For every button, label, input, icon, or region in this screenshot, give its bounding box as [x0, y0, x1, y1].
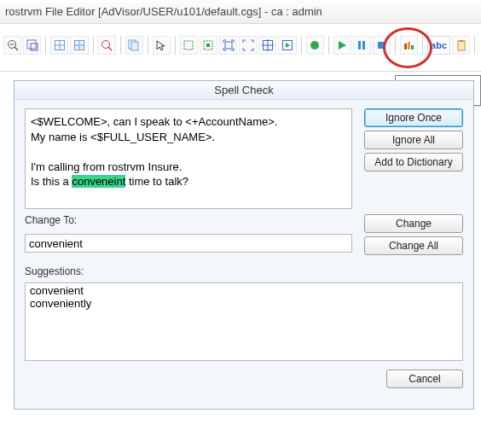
zoom-out-icon[interactable]: [3, 36, 21, 55]
misspelled-word: conveneint: [72, 175, 125, 188]
separator: [93, 36, 94, 55]
add-to-dictionary-button[interactable]: Add to Dictionary: [364, 153, 463, 172]
svg-rect-29: [411, 45, 414, 49]
separator: [148, 36, 148, 55]
svg-rect-25: [362, 41, 365, 49]
list-item[interactable]: conveniently: [26, 297, 461, 310]
bounds-icon[interactable]: [258, 36, 276, 55]
select-a-icon[interactable]: [180, 36, 198, 55]
spellcheck-label: abc: [431, 40, 447, 50]
separator: [474, 36, 475, 55]
pointer-icon[interactable]: [153, 36, 171, 55]
toolbar-area: abc Check Spellings: [0, 24, 481, 72]
play-icon[interactable]: [333, 36, 351, 55]
window-titlebar: rostrvm File Editor [AdVisor/USER/u101/d…: [0, 0, 481, 24]
svg-line-1: [14, 47, 18, 50]
svg-rect-18: [225, 42, 232, 49]
ignore-all-button[interactable]: Ignore All: [364, 131, 463, 149]
svg-rect-30: [458, 41, 465, 50]
separator: [120, 36, 121, 55]
svg-point-23: [310, 41, 319, 49]
list-item[interactable]: convenient: [26, 284, 461, 297]
svg-line-12: [108, 47, 112, 50]
separator: [45, 36, 46, 55]
suggestions-label: Suggestions:: [25, 265, 352, 277]
svg-rect-15: [184, 41, 193, 49]
clipboard-icon[interactable]: [452, 36, 470, 55]
separator: [395, 36, 396, 55]
pause-icon[interactable]: [353, 36, 371, 55]
dialog-title: Spell Check: [14, 81, 473, 100]
svg-rect-26: [378, 42, 385, 49]
stop-icon[interactable]: [373, 36, 391, 55]
separator: [422, 36, 423, 55]
cancel-button[interactable]: Cancel: [386, 369, 463, 388]
window-title: rostrvm File Editor [AdVisor/USER/u101/d…: [5, 5, 322, 18]
toggle-a-icon[interactable]: [23, 36, 41, 55]
svg-rect-24: [358, 41, 361, 49]
svg-rect-14: [131, 42, 138, 50]
svg-rect-31: [460, 40, 463, 42]
svg-rect-17: [206, 44, 210, 47]
grid-a-icon[interactable]: [50, 36, 68, 55]
change-all-button[interactable]: Change All: [364, 236, 463, 255]
expand-b-icon[interactable]: [239, 36, 257, 55]
go-icon[interactable]: [278, 36, 296, 55]
zoom-icon[interactable]: [97, 36, 115, 55]
svg-rect-28: [408, 42, 410, 49]
separator: [301, 36, 302, 55]
change-to-input[interactable]: [25, 234, 352, 253]
select-b-icon[interactable]: [200, 36, 217, 55]
separator: [175, 36, 176, 55]
ignore-once-button[interactable]: Ignore Once: [364, 108, 463, 127]
layers-icon[interactable]: [125, 36, 143, 55]
expand-a-icon[interactable]: [219, 36, 237, 55]
svg-rect-3: [27, 40, 36, 49]
svg-rect-27: [404, 44, 407, 49]
grid-b-icon[interactable]: [70, 36, 88, 55]
change-to-label: Change To:: [25, 214, 352, 229]
svg-rect-4: [31, 44, 38, 50]
change-button[interactable]: Change: [364, 214, 463, 233]
status-icon[interactable]: [400, 36, 418, 55]
spellcheck-button[interactable]: abc: [427, 36, 450, 55]
separator: [328, 36, 329, 55]
spellcheck-textarea[interactable]: <$WELCOME>, can I speak to <+AccountName…: [25, 108, 352, 209]
suggestions-list[interactable]: convenient conveniently: [25, 282, 463, 361]
toolbar: abc: [0, 36, 481, 55]
spellcheck-dialog: Spell Check <$WELCOME>, can I speak to <…: [14, 80, 474, 410]
record-icon[interactable]: [306, 36, 324, 55]
